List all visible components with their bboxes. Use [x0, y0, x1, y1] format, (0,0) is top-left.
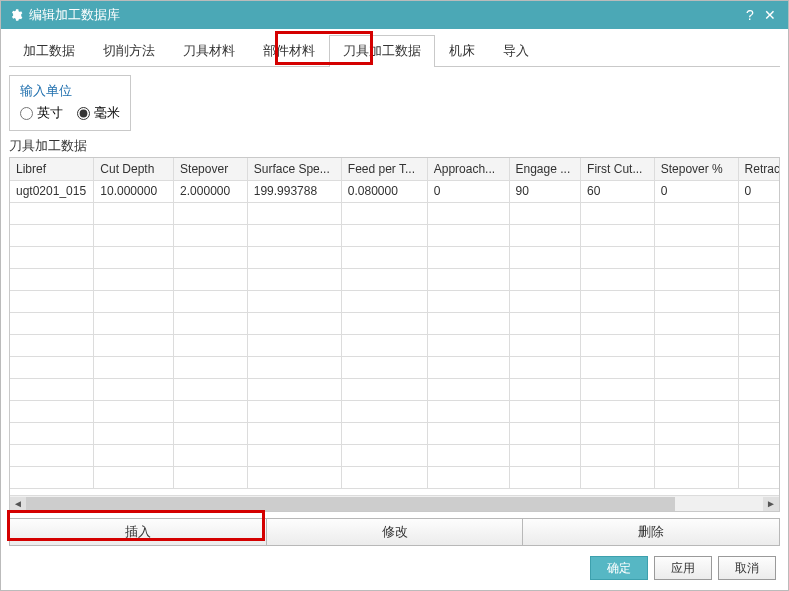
close-button[interactable]: ✕ — [760, 7, 780, 23]
table-cell — [94, 466, 174, 488]
table-cell — [427, 466, 509, 488]
section-title: 刀具加工数据 — [9, 137, 780, 155]
table-cell[interactable]: 10.000000 — [94, 180, 174, 202]
table-cell — [174, 334, 248, 356]
table-cell[interactable]: 90 — [509, 180, 581, 202]
table-cell — [581, 378, 655, 400]
scroll-track[interactable] — [26, 497, 763, 511]
tab-tool-machining-data[interactable]: 刀具加工数据 — [329, 35, 435, 67]
table-cell — [10, 224, 94, 246]
table-cell — [509, 334, 581, 356]
table-cell — [738, 202, 779, 224]
table-cell — [738, 466, 779, 488]
table-cell — [738, 290, 779, 312]
column-header[interactable]: Surface Spe... — [247, 158, 341, 180]
table-cell — [654, 400, 738, 422]
table-cell[interactable]: 0.080000 — [341, 180, 427, 202]
table-cell — [738, 378, 779, 400]
table-cell — [581, 246, 655, 268]
tab-machining-data[interactable]: 加工数据 — [9, 35, 89, 66]
table-cell — [581, 268, 655, 290]
radio-mm-input[interactable] — [77, 107, 90, 120]
column-header[interactable]: Engage ... — [509, 158, 581, 180]
table-cell — [174, 444, 248, 466]
table-cell — [509, 246, 581, 268]
horizontal-scrollbar[interactable]: ◄ ► — [10, 495, 779, 511]
column-header[interactable]: Cut Depth — [94, 158, 174, 180]
table-cell — [738, 334, 779, 356]
ok-button[interactable]: 确定 — [590, 556, 648, 580]
tab-part-material[interactable]: 部件材料 — [249, 35, 329, 66]
tab-tool-material[interactable]: 刀具材料 — [169, 35, 249, 66]
scroll-right-arrow[interactable]: ► — [763, 497, 779, 511]
table-cell — [509, 224, 581, 246]
table-cell — [427, 378, 509, 400]
table-cell — [509, 356, 581, 378]
table-row — [10, 466, 779, 488]
cancel-button[interactable]: 取消 — [718, 556, 776, 580]
table-cell — [654, 290, 738, 312]
table-row — [10, 246, 779, 268]
table-cell[interactable]: 0 — [738, 180, 779, 202]
table-row — [10, 290, 779, 312]
tab-machine-tool[interactable]: 机床 — [435, 35, 489, 66]
tab-cutting-method[interactable]: 切削方法 — [89, 35, 169, 66]
table-cell[interactable]: 199.993788 — [247, 180, 341, 202]
tab-bar: 加工数据 切削方法 刀具材料 部件材料 刀具加工数据 机床 导入 — [9, 35, 780, 67]
column-header[interactable]: First Cut... — [581, 158, 655, 180]
table-cell — [654, 224, 738, 246]
table-cell — [174, 290, 248, 312]
table-cell — [654, 422, 738, 444]
table-cell — [509, 400, 581, 422]
help-button[interactable]: ? — [740, 7, 760, 23]
table-cell — [427, 400, 509, 422]
table-cell — [427, 356, 509, 378]
table-cell — [174, 400, 248, 422]
table-cell — [581, 400, 655, 422]
table-cell — [581, 422, 655, 444]
table-row[interactable]: ugt0201_01510.0000002.000000199.9937880.… — [10, 180, 779, 202]
title-bar: 编辑加工数据库 ? ✕ — [1, 1, 788, 29]
radio-inch[interactable]: 英寸 — [20, 104, 63, 122]
radio-mm[interactable]: 毫米 — [77, 104, 120, 122]
table-cell — [341, 466, 427, 488]
tab-import[interactable]: 导入 — [489, 35, 543, 66]
table-cell — [341, 224, 427, 246]
table-cell[interactable]: ugt0201_015 — [10, 180, 94, 202]
table-cell — [247, 246, 341, 268]
table-cell — [738, 246, 779, 268]
data-table: LibrefCut DepthStepoverSurface Spe...Fee… — [9, 157, 780, 512]
table-cell — [10, 422, 94, 444]
table-cell[interactable]: 0 — [427, 180, 509, 202]
table-cell — [94, 378, 174, 400]
table-cell — [10, 378, 94, 400]
radio-inch-input[interactable] — [20, 107, 33, 120]
table-cell — [247, 290, 341, 312]
modify-button[interactable]: 修改 — [267, 519, 524, 545]
scroll-left-arrow[interactable]: ◄ — [10, 497, 26, 511]
column-header[interactable]: Retrac — [738, 158, 779, 180]
delete-button[interactable]: 删除 — [523, 519, 779, 545]
table-row — [10, 356, 779, 378]
column-header[interactable]: Stepover % — [654, 158, 738, 180]
column-header[interactable]: Libref — [10, 158, 94, 180]
scroll-thumb[interactable] — [26, 497, 675, 511]
table-cell — [10, 334, 94, 356]
table-row — [10, 400, 779, 422]
table-scroll[interactable]: LibrefCut DepthStepoverSurface Spe...Fee… — [10, 158, 779, 495]
apply-button[interactable]: 应用 — [654, 556, 712, 580]
table-cell — [581, 356, 655, 378]
input-unit-group: 输入单位 英寸 毫米 — [9, 75, 131, 131]
table-cell[interactable]: 2.000000 — [174, 180, 248, 202]
table-cell — [654, 466, 738, 488]
table-cell — [10, 268, 94, 290]
table-cell — [738, 312, 779, 334]
column-header[interactable]: Stepover — [174, 158, 248, 180]
table-cell[interactable]: 0 — [654, 180, 738, 202]
table-cell — [247, 378, 341, 400]
table-cell[interactable]: 60 — [581, 180, 655, 202]
column-header[interactable]: Feed per T... — [341, 158, 427, 180]
table-cell — [341, 268, 427, 290]
column-header[interactable]: Approach... — [427, 158, 509, 180]
insert-button[interactable]: 插入 — [10, 519, 267, 545]
